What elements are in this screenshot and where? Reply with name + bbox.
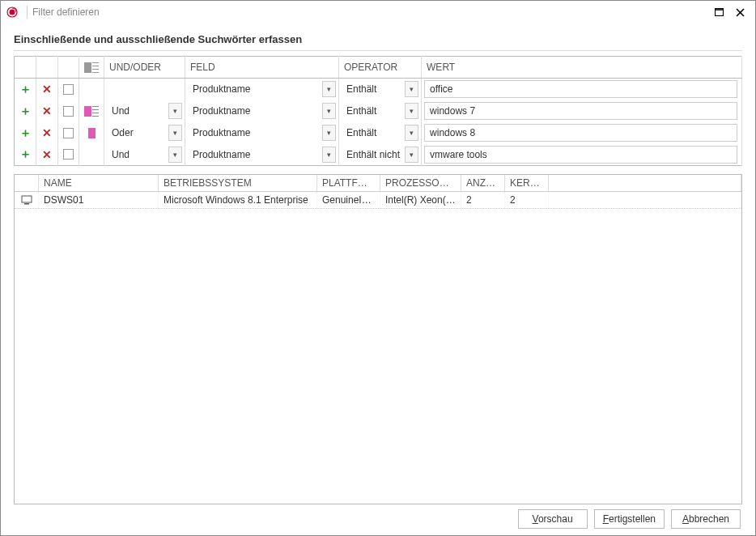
row-checkbox[interactable] xyxy=(63,106,74,117)
andor-select[interactable] xyxy=(107,80,182,98)
results-col-rest xyxy=(549,175,741,191)
operator-select[interactable]: Enthält ▾ xyxy=(342,102,418,120)
cell-os: Microsoft Windows 8.1 Enterprise xyxy=(159,192,317,208)
add-row-button[interactable]: ＋ xyxy=(17,147,33,163)
cancel-button[interactable]: Abbrechen xyxy=(671,509,741,529)
col-andor-header[interactable]: UND/ODER xyxy=(104,57,185,79)
filter-row: ＋ ✕ Produktname ▾ Enthält xyxy=(15,79,742,100)
chevron-down-icon[interactable]: ▾ xyxy=(322,81,336,97)
col-indicator-header xyxy=(79,57,104,79)
results-col-processor[interactable]: PROZESSORNA... xyxy=(380,175,461,191)
andor-select[interactable]: Oder ▾ xyxy=(107,124,182,142)
cell-count: 2 xyxy=(461,192,505,208)
andor-select[interactable]: Und ▾ xyxy=(107,146,182,164)
wert-input[interactable]: windows 7 xyxy=(424,102,737,120)
divider xyxy=(14,50,742,51)
delete-row-button[interactable]: ✕ xyxy=(39,147,55,163)
chevron-down-icon[interactable]: ▾ xyxy=(405,147,418,163)
results-col-os[interactable]: BETRIEBSSYSTEM xyxy=(159,175,317,191)
results-grid: NAME BETRIEBSSYSTEM PLATTFORM PROZESSORN… xyxy=(14,174,742,504)
close-button[interactable] xyxy=(729,3,750,21)
wert-input[interactable]: office xyxy=(424,80,737,98)
instruction-label: Einschließende und ausschließende Suchwö… xyxy=(14,33,742,45)
results-col-count[interactable]: ANZA... xyxy=(461,175,505,191)
chevron-down-icon[interactable]: ▾ xyxy=(322,147,336,163)
filter-row: ＋ ✕ Und ▾ Produktname ▾ xyxy=(15,100,742,122)
preview-button[interactable]: Vorschau xyxy=(518,509,588,529)
svg-point-1 xyxy=(10,10,15,15)
delete-row-button[interactable]: ✕ xyxy=(39,103,55,119)
filter-row: ＋ ✕ Oder ▾ Produktname ▾ xyxy=(15,122,742,144)
indicator-icon xyxy=(84,62,99,73)
indicator-icon xyxy=(82,106,101,117)
cell-cores: 2 xyxy=(505,192,549,208)
wert-input[interactable]: windows 8 xyxy=(424,124,737,142)
chevron-down-icon[interactable]: ▾ xyxy=(168,147,182,163)
results-col-platform[interactable]: PLATTFORM xyxy=(317,175,380,191)
chevron-down-icon[interactable]: ▾ xyxy=(405,125,418,141)
titlebar-separator xyxy=(27,6,28,19)
col-wert-header[interactable]: WERT xyxy=(422,57,742,79)
svg-rect-7 xyxy=(24,203,29,205)
col-feld-header[interactable]: FELD xyxy=(185,57,339,79)
col-delete-header xyxy=(36,57,58,79)
wert-input[interactable]: vmware tools xyxy=(424,146,737,164)
delete-row-button[interactable]: ✕ xyxy=(39,81,55,97)
filter-row: ＋ ✕ Und ▾ Produktname ▾ xyxy=(15,144,742,166)
operator-select[interactable]: Enthält ▾ xyxy=(342,80,418,98)
results-col-cores[interactable]: KERNE xyxy=(505,175,549,191)
filter-header-row: UND/ODER FELD OPERATOR WERT xyxy=(15,57,742,79)
filter-grid: UND/ODER FELD OPERATOR WERT ＋ ✕ xyxy=(14,56,742,166)
cell-processor: Intel(R) Xeon(R)... xyxy=(380,192,461,208)
results-header-row: NAME BETRIEBSSYSTEM PLATTFORM PROZESSORN… xyxy=(15,175,741,192)
delete-row-button[interactable]: ✕ xyxy=(39,125,55,141)
computer-icon xyxy=(15,192,39,208)
add-row-button[interactable]: ＋ xyxy=(17,103,33,119)
operator-select[interactable]: Enthält ▾ xyxy=(342,124,418,142)
results-row[interactable]: DSWS01 Microsoft Windows 8.1 Enterprise … xyxy=(15,192,741,209)
chevron-down-icon[interactable]: ▾ xyxy=(168,125,182,141)
row-checkbox[interactable] xyxy=(63,149,74,160)
finish-button[interactable]: Fertigstellen xyxy=(594,509,665,529)
operator-select[interactable]: Enthält nicht ▾ xyxy=(342,146,418,164)
maximize-button[interactable] xyxy=(708,3,729,21)
window-title: Filter definieren xyxy=(32,6,100,18)
add-row-button[interactable]: ＋ xyxy=(17,125,33,141)
indicator-icon xyxy=(82,128,101,138)
footer-buttons: Vorschau Fertigstellen Abbrechen xyxy=(14,509,742,529)
row-checkbox[interactable] xyxy=(63,128,74,138)
results-col-name[interactable]: NAME xyxy=(39,175,159,191)
add-row-button[interactable]: ＋ xyxy=(17,81,33,97)
feld-select[interactable]: Produktname ▾ xyxy=(188,102,336,120)
chevron-down-icon[interactable]: ▾ xyxy=(405,103,418,119)
col-check-header xyxy=(58,57,79,79)
row-checkbox[interactable] xyxy=(63,84,74,95)
feld-select[interactable]: Produktname ▾ xyxy=(188,80,336,98)
chevron-down-icon[interactable]: ▾ xyxy=(322,103,336,119)
app-icon xyxy=(6,6,19,19)
andor-select[interactable]: Und ▾ xyxy=(107,102,182,120)
col-operator-header[interactable]: OPERATOR xyxy=(339,57,422,79)
titlebar: Filter definieren xyxy=(1,1,755,23)
svg-rect-6 xyxy=(22,196,32,202)
chevron-down-icon[interactable]: ▾ xyxy=(168,103,182,119)
results-col-icon xyxy=(15,175,39,191)
chevron-down-icon[interactable]: ▾ xyxy=(322,125,336,141)
feld-select[interactable]: Produktname ▾ xyxy=(188,146,336,164)
cell-platform: GenuineIntel xyxy=(317,192,380,208)
feld-select[interactable]: Produktname ▾ xyxy=(188,124,336,142)
col-add-header xyxy=(15,57,36,79)
chevron-down-icon[interactable]: ▾ xyxy=(405,81,418,97)
cell-name: DSWS01 xyxy=(39,192,159,208)
